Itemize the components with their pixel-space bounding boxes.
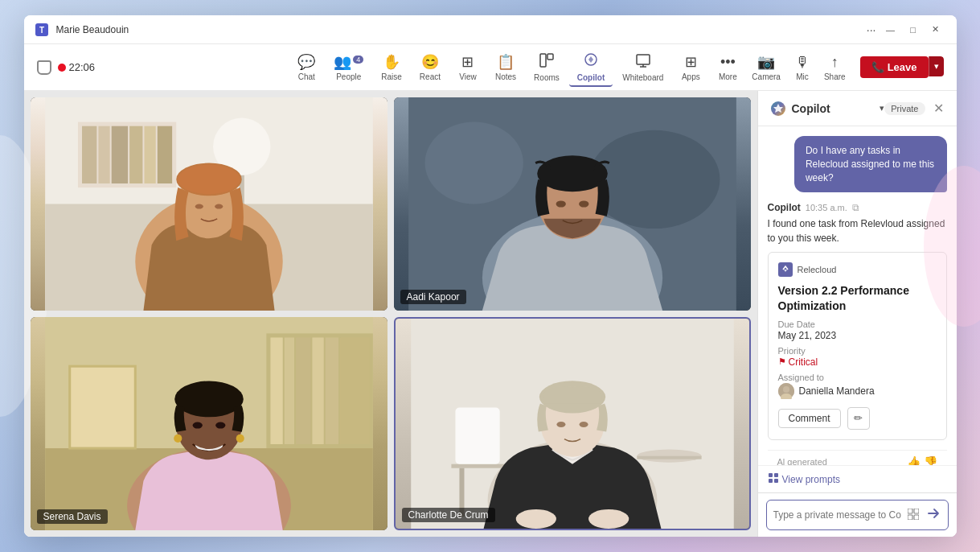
tool-view[interactable]: ⊞ View	[450, 50, 486, 84]
titlebar-more-icon: ···	[867, 23, 876, 36]
copilot-icon	[583, 51, 599, 72]
task-title: Version 2.2 Performance Optimization	[778, 283, 937, 312]
svg-point-24	[195, 204, 203, 209]
view-prompts-row[interactable]: View prompts	[758, 465, 957, 492]
svg-point-52	[215, 422, 225, 428]
participant-label-4: Charlotte De Crum	[402, 508, 495, 522]
titlebar: T Marie Beaudouin ··· — □ ✕	[24, 15, 957, 44]
minimize-button[interactable]: —	[880, 20, 902, 39]
close-button[interactable]: ✕	[925, 20, 947, 39]
edit-icon: ✏	[854, 412, 863, 424]
svg-point-51	[192, 422, 202, 428]
toolbar-left: 22:06	[37, 60, 289, 75]
svg-point-23	[178, 165, 240, 195]
svg-rect-44	[69, 366, 135, 448]
shield-icon	[37, 60, 51, 75]
video-cell-3: Serena Davis	[31, 317, 387, 530]
chat-input[interactable]	[773, 509, 901, 521]
comment-button[interactable]: Comment	[778, 409, 841, 428]
svg-rect-42	[340, 337, 370, 444]
recording-indicator: 22:06	[58, 61, 96, 73]
card-actions: Comment ✏	[778, 407, 937, 430]
tool-apps[interactable]: ⊞ Apps	[673, 50, 708, 84]
svg-point-50	[236, 435, 244, 443]
video-cell-1	[31, 97, 387, 311]
copilot-toolbar-label: Copilot	[577, 73, 605, 82]
copilot-messages: Do I have any tasks in Relecloud assigne…	[758, 126, 957, 465]
svg-rect-2	[540, 54, 546, 67]
share-button[interactable]: ↑ Share	[818, 51, 852, 84]
svg-point-57	[637, 450, 701, 463]
copilot-close-button[interactable]: ✕	[932, 99, 945, 117]
tool-people[interactable]: 👥4 People	[326, 50, 371, 84]
video-grid: Aadi Kapoor	[24, 91, 757, 537]
main-content: Aadi Kapoor	[24, 91, 957, 537]
send-button[interactable]	[925, 505, 941, 525]
svg-rect-15	[157, 126, 171, 183]
bot-time: 10:35 a.m.	[806, 203, 847, 212]
leave-button[interactable]: 📞 Leave	[860, 56, 929, 78]
svg-point-27	[588, 130, 720, 229]
tool-react[interactable]: 😊 React	[412, 50, 449, 84]
relecloud-name: Relecloud	[798, 265, 837, 274]
assignee-avatar	[778, 383, 794, 399]
tool-whiteboard[interactable]: Whiteboard	[614, 50, 671, 85]
copy-icon[interactable]: ⧉	[852, 202, 859, 213]
bot-name: Copilot	[768, 202, 801, 213]
due-date-label: Due Date	[778, 319, 937, 329]
assigned-field: Assigned to Daniella Mandera	[778, 373, 937, 399]
svg-rect-74	[774, 473, 778, 477]
svg-point-64	[556, 422, 565, 427]
tool-raise[interactable]: ✋ Raise	[373, 50, 410, 84]
copilot-panel: Copilot ▾ Private ✕ Do I have any tasks …	[757, 91, 957, 537]
svg-rect-14	[144, 126, 155, 183]
table-icon-button[interactable]	[906, 507, 921, 524]
ai-generated-row: Al generated 👍 👎	[768, 450, 947, 465]
svg-rect-75	[769, 479, 773, 483]
edit-button[interactable]: ✏	[847, 407, 870, 430]
apps-label: Apps	[682, 72, 700, 81]
svg-rect-80	[914, 515, 919, 520]
notes-icon: 📋	[497, 53, 515, 71]
svg-rect-73	[769, 473, 773, 477]
titlebar-title: Marie Beaudouin	[56, 24, 867, 35]
more-icon: •••	[720, 54, 736, 71]
mic-button[interactable]: 🎙 Mic	[789, 51, 816, 84]
raise-label: Raise	[381, 72, 402, 81]
participant-label-3: Serena Davis	[37, 509, 108, 524]
toolbar-right: 📷 Camera 🎙 Mic ↑ Share 📞 Leave ▾	[745, 50, 943, 84]
tool-notes[interactable]: 📋 Notes	[487, 50, 524, 84]
tool-copilot[interactable]: Copilot	[569, 48, 613, 87]
priority-value: ⚑ Critical	[778, 356, 937, 368]
chat-label: Chat	[298, 72, 315, 81]
task-card: Relecloud Version 2.2 Performance Optimi…	[768, 252, 947, 439]
private-badge: Private	[884, 102, 925, 115]
svg-point-49	[174, 435, 182, 443]
thumbup-button[interactable]: 👍	[907, 455, 921, 465]
input-area	[758, 492, 957, 537]
camera-button[interactable]: 📷 Camera	[745, 50, 787, 84]
tool-more[interactable]: ••• More	[710, 51, 745, 84]
relecloud-icon	[778, 262, 793, 277]
share-icon: ↑	[831, 54, 839, 71]
participant-label-2: Aadi Kapoor	[400, 290, 466, 304]
copilot-logo	[769, 100, 787, 117]
video-cell-2: Aadi Kapoor	[394, 97, 751, 311]
maximize-button[interactable]: □	[902, 20, 925, 39]
tool-rooms[interactable]: Rooms	[526, 50, 568, 85]
svg-rect-37	[270, 337, 282, 444]
tool-chat[interactable]: 💬 Chat	[289, 50, 324, 84]
people-badge: 4	[353, 56, 363, 64]
timer-display: 22:06	[69, 61, 96, 73]
leave-caret-button[interactable]: ▾	[929, 56, 944, 76]
priority-field: Priority ⚑ Critical	[778, 346, 937, 368]
svg-rect-12	[111, 126, 127, 183]
svg-rect-58	[637, 456, 701, 459]
people-icon: 👥4	[334, 53, 363, 71]
svg-point-71	[783, 386, 789, 393]
thumbdown-button[interactable]: 👎	[924, 455, 937, 465]
teams-logo: T	[34, 22, 50, 38]
leave-group: 📞 Leave ▾	[854, 56, 944, 78]
due-date-field: Due Date May 21, 2023	[778, 319, 937, 341]
whiteboard-label: Whiteboard	[622, 73, 663, 82]
